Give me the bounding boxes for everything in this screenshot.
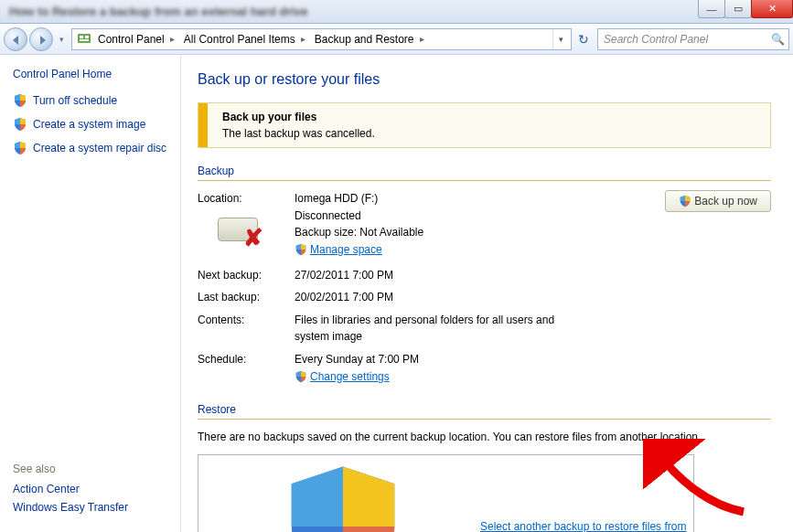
shield-icon	[13, 141, 27, 155]
last-backup-value: 20/02/2011 7:00 PM	[295, 289, 771, 306]
schedule-label: Schedule:	[198, 351, 295, 388]
notice-text: The last backup was cancelled.	[222, 127, 375, 140]
close-button[interactable]: ✕	[751, 0, 793, 18]
svg-rect-1	[80, 36, 83, 38]
sidebar-home-link[interactable]: Control Panel Home	[13, 68, 173, 80]
sidebar-link-create-system-image[interactable]: Create a system image	[13, 117, 173, 132]
shield-icon	[206, 458, 480, 532]
breadcrumb[interactable]: Control Panel All Control Panel Items Ba…	[71, 28, 572, 50]
search-input[interactable]: Search Control Panel 🔍	[597, 28, 789, 50]
minimize-button[interactable]: —	[698, 0, 725, 18]
sidebar-link-turn-off-schedule[interactable]: Turn off schedule	[13, 93, 173, 108]
contents-label: Contents:	[198, 312, 295, 346]
manage-space-link[interactable]: Manage space	[295, 241, 382, 259]
search-placeholder: Search Control Panel	[604, 33, 708, 46]
breadcrumb-segment[interactable]: All Control Panel Items	[180, 29, 311, 49]
change-settings-link[interactable]: Change settings	[295, 368, 390, 386]
location-name: Iomega HDD (F:)	[295, 190, 665, 207]
window-controls: — ▭ ✕	[699, 0, 793, 20]
refresh-button[interactable]: ↻	[573, 29, 594, 49]
sidebar: Control Panel Home Turn off schedule Cre…	[0, 55, 181, 532]
last-backup-label: Last backup:	[198, 289, 295, 306]
backup-now-button[interactable]: Back up now	[665, 190, 771, 212]
svg-rect-2	[85, 36, 89, 38]
shield-icon	[13, 117, 27, 132]
shield-icon	[295, 370, 307, 383]
backup-section: Backup Back up now Location: Iomega HDD …	[198, 165, 771, 388]
see-also-section: See also Action Center Windows Easy Tran…	[13, 463, 128, 519]
notice-accent-bar	[198, 103, 208, 147]
schedule-value: Every Sunday at 7:00 PM	[295, 351, 771, 368]
contents-value: Files in libraries and personal folders …	[295, 312, 578, 346]
drive-disconnected-icon: ✘	[214, 214, 265, 250]
see-also-heading: See also	[13, 463, 128, 475]
restore-heading: Restore	[198, 403, 771, 420]
notice-banner: Back up your files The last backup was c…	[198, 102, 771, 148]
shield-icon	[295, 243, 307, 256]
see-also-windows-easy-transfer[interactable]: Windows Easy Transfer	[13, 501, 128, 514]
shield-icon	[13, 93, 27, 108]
nav-forward-button[interactable]	[29, 27, 53, 51]
maximize-button[interactable]: ▭	[724, 0, 752, 18]
breadcrumb-segment[interactable]: Control Panel	[94, 29, 180, 49]
window-titlebar: How to Restore a backup from an external…	[0, 0, 793, 24]
backup-heading: Backup	[198, 165, 771, 181]
next-backup-value: 27/02/2011 7:00 PM	[295, 267, 771, 284]
location-status: Disconnected	[295, 207, 665, 225]
select-another-backup-link[interactable]: Select another backup to restore files f…	[198, 454, 694, 532]
breadcrumb-dropdown[interactable]: ▾	[552, 29, 569, 49]
see-also-action-center[interactable]: Action Center	[13, 483, 128, 495]
control-panel-icon	[77, 32, 91, 47]
window-title: How to Restore a backup from an external…	[9, 5, 308, 18]
next-backup-label: Next backup:	[198, 267, 295, 284]
restore-description: There are no backups saved on the curren…	[198, 429, 771, 445]
search-icon: 🔍	[771, 33, 785, 46]
breadcrumb-segment[interactable]: Backup and Restore	[311, 29, 430, 49]
main-content: Back up or restore your files Back up yo…	[181, 55, 793, 532]
svg-rect-3	[80, 39, 89, 41]
nav-history-dropdown[interactable]: ▾	[55, 33, 68, 46]
page-title: Back up or restore your files	[198, 71, 771, 88]
sidebar-link-create-repair-disc[interactable]: Create a system repair disc	[13, 141, 173, 155]
backup-size: Backup size: Not Available	[295, 224, 665, 241]
navigation-bar: ▾ Control Panel All Control Panel Items …	[0, 24, 793, 55]
nav-back-button[interactable]	[4, 27, 27, 51]
shield-icon	[679, 195, 691, 207]
notice-heading: Back up your files	[222, 111, 375, 123]
restore-section: Restore There are no backups saved on th…	[198, 403, 771, 532]
